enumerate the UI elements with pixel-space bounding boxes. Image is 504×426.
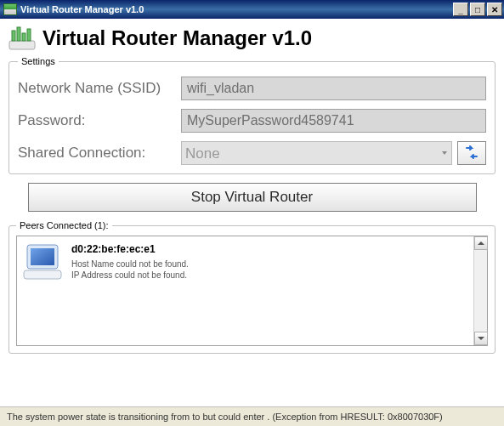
router-icon [8, 26, 37, 51]
ssid-input[interactable] [181, 77, 486, 100]
peer-info: d0:22:be:fe:ec:e1 Host Name could not be… [71, 241, 189, 281]
svg-rect-3 [22, 33, 25, 41]
svg-rect-7 [31, 248, 54, 265]
peers-list: d0:22:be:fe:ec:e1 Host Name could not be… [16, 236, 488, 346]
scroll-up-icon[interactable] [474, 236, 488, 250]
password-input[interactable] [181, 109, 486, 133]
maximize-button[interactable]: □ [470, 3, 485, 16]
peer-hostname-msg: Host Name could not be found. [71, 258, 189, 270]
password-label: Password: [18, 112, 181, 129]
minimize-button[interactable]: _ [453, 3, 468, 16]
scroll-down-icon[interactable] [474, 332, 488, 345]
page-title: Virtual Router Manager v1.0 [42, 26, 312, 50]
window-controls: _ □ ✕ [451, 3, 502, 16]
app-header: Virtual Router Manager v1.0 [8, 26, 496, 51]
close-button[interactable]: ✕ [487, 3, 502, 16]
svg-rect-0 [9, 41, 35, 49]
app-small-icon [3, 3, 17, 15]
peer-item[interactable]: d0:22:be:fe:ec:e1 Host Name could not be… [22, 241, 470, 282]
scrollbar[interactable] [473, 236, 487, 345]
svg-rect-4 [27, 29, 31, 41]
stop-router-button[interactable]: Stop Virtual Router [28, 183, 477, 212]
peer-mac: d0:22:be:fe:ec:e1 [71, 243, 189, 255]
ssid-label: Network Name (SSID) [18, 80, 181, 97]
connection-select[interactable]: None [181, 141, 452, 165]
peers-legend: Peers Connected (1): [16, 220, 112, 230]
connection-label: Shared Connection: [18, 145, 181, 162]
refresh-icon [463, 145, 480, 162]
window-title: Virtual Router Manager v1.0 [20, 4, 144, 14]
svg-rect-1 [12, 31, 15, 41]
refresh-button[interactable] [457, 141, 486, 165]
peers-group: Peers Connected (1): [8, 220, 496, 354]
svg-rect-2 [17, 27, 20, 41]
ssid-row: Network Name (SSID) [18, 77, 486, 100]
peer-ip-msg: IP Address could not be found. [71, 270, 189, 281]
status-text: The system power state is transitioning … [7, 412, 443, 422]
window-content: Virtual Router Manager v1.0 Settings Net… [0, 19, 504, 406]
computer-icon [22, 241, 68, 282]
svg-rect-8 [24, 270, 61, 279]
connection-row: Shared Connection: None [18, 141, 486, 165]
settings-group: Settings Network Name (SSID) Password: S… [8, 56, 496, 174]
password-row: Password: [18, 109, 486, 133]
status-bar: The system power state is transitioning … [0, 406, 504, 426]
settings-legend: Settings [18, 56, 59, 66]
title-bar: Virtual Router Manager v1.0 _ □ ✕ [0, 0, 504, 19]
